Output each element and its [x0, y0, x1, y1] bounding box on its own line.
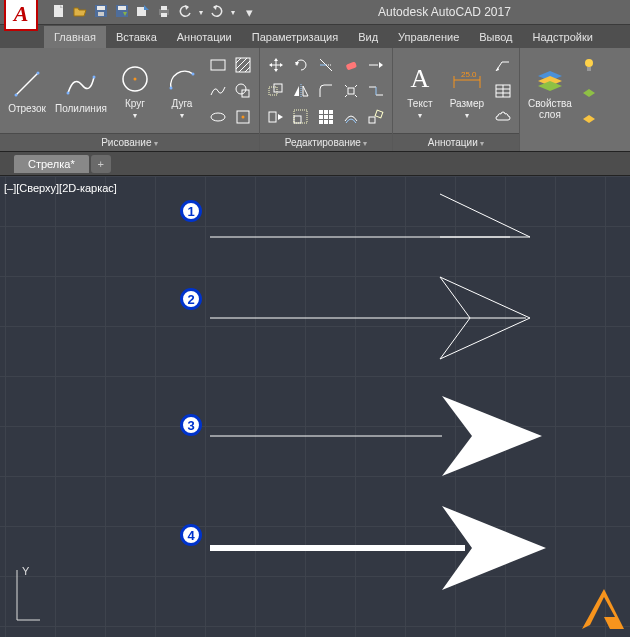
svg-line-53: [355, 85, 357, 87]
chevron-down-icon[interactable]: ▾: [197, 6, 205, 19]
redo-icon[interactable]: [208, 2, 226, 23]
open-icon[interactable]: [71, 2, 89, 23]
iso-layer-icon[interactable]: [578, 106, 600, 128]
mirror-icon[interactable]: [290, 80, 312, 102]
line-button[interactable]: Отрезок: [5, 65, 49, 116]
trim-icon[interactable]: [315, 54, 337, 76]
layer-properties-button[interactable]: Свойства слоя: [525, 60, 575, 122]
explode-icon[interactable]: [340, 80, 362, 102]
bulb-icon[interactable]: [578, 54, 600, 76]
svg-rect-41: [319, 110, 323, 114]
align-icon[interactable]: [365, 106, 387, 128]
spline-icon[interactable]: [207, 80, 229, 102]
table-small-icon[interactable]: [492, 80, 514, 102]
arrow-sample-3: [210, 386, 550, 486]
arrow-sample-4: [210, 496, 550, 600]
drawing-canvas[interactable]: [–][Сверху][2D-каркас] 1 2 3 4 Y: [0, 176, 630, 637]
match-layer-icon[interactable]: [578, 80, 600, 102]
chevron-down-icon[interactable]: ▾: [418, 111, 422, 120]
new-icon[interactable]: [50, 2, 68, 23]
chevron-down-icon[interactable]: ▾: [180, 111, 184, 120]
svg-line-25: [245, 67, 250, 72]
svg-rect-60: [369, 117, 375, 123]
erase-icon[interactable]: [340, 54, 362, 76]
tab-insert[interactable]: Вставка: [106, 26, 167, 48]
arrow-sample-1: [210, 186, 540, 241]
panel-draw: Отрезок Полилиния Круг ▾ Дуга ▾: [0, 48, 260, 151]
doc-tab-strelka[interactable]: Стрелка*: [14, 155, 89, 173]
tab-annotate[interactable]: Аннотации: [167, 26, 242, 48]
tab-home[interactable]: Главная: [44, 26, 106, 48]
svg-rect-2: [97, 6, 105, 10]
print-icon[interactable]: [155, 2, 173, 23]
tab-manage[interactable]: Управление: [388, 26, 469, 48]
region-icon[interactable]: [232, 80, 254, 102]
panel-draw-title[interactable]: Рисование: [0, 133, 259, 151]
draw-small-col: [207, 54, 229, 128]
svg-line-24: [239, 61, 250, 72]
circle-icon: [118, 62, 152, 96]
tab-view[interactable]: Вид: [348, 26, 388, 48]
tab-addins[interactable]: Надстройки: [523, 26, 603, 48]
svg-rect-21: [236, 58, 250, 72]
ribbon: Отрезок Полилиния Круг ▾ Дуга ▾: [0, 48, 630, 152]
join-icon[interactable]: [365, 80, 387, 102]
offset-icon[interactable]: [340, 106, 362, 128]
callout-marker-3: 3: [180, 414, 202, 436]
undo-icon[interactable]: [176, 2, 194, 23]
svg-rect-8: [161, 6, 167, 10]
qat-more-icon[interactable]: ▾: [244, 3, 255, 22]
draw-small-col2: [232, 54, 254, 128]
export-icon[interactable]: [134, 2, 152, 23]
svg-line-22: [236, 58, 241, 63]
viewport-controls[interactable]: [–][Сверху][2D-каркас]: [4, 182, 117, 194]
rotate-icon[interactable]: [290, 54, 312, 76]
tab-parametric[interactable]: Параметризация: [242, 26, 348, 48]
fillet-icon[interactable]: [315, 80, 337, 102]
title-bar: A ▾ ▾ ▾ Autodesk AutoCAD 2017: [0, 0, 630, 24]
add-tab-button[interactable]: +: [91, 155, 111, 173]
save-icon[interactable]: [92, 2, 110, 23]
polyline-button[interactable]: Полилиния: [52, 65, 110, 116]
move-icon[interactable]: [265, 54, 287, 76]
svg-rect-9: [161, 13, 167, 17]
svg-point-17: [169, 86, 172, 89]
panel-modify: Редактирование: [260, 48, 393, 151]
svg-rect-42: [324, 110, 328, 114]
autocad-logo: A: [14, 1, 29, 27]
chevron-down-icon[interactable]: ▾: [229, 6, 237, 19]
panel-annotation-title[interactable]: Аннотации: [393, 133, 519, 151]
copy-icon[interactable]: [265, 80, 287, 102]
array-icon[interactable]: [315, 106, 337, 128]
chevron-down-icon[interactable]: ▾: [133, 111, 137, 120]
svg-point-70: [585, 59, 593, 67]
saveas-icon[interactable]: [113, 2, 131, 23]
svg-rect-61: [375, 110, 383, 118]
scale-icon[interactable]: [290, 106, 312, 128]
svg-rect-19: [211, 60, 225, 70]
svg-rect-33: [274, 84, 282, 92]
panel-modify-title[interactable]: Редактирование: [260, 133, 392, 151]
svg-line-52: [345, 85, 347, 87]
lengthen-icon[interactable]: [365, 54, 387, 76]
svg-line-10: [16, 73, 38, 95]
dimension-button[interactable]: 25.0 Размер ▾: [445, 60, 489, 122]
svg-point-18: [191, 72, 194, 75]
rectangle-icon[interactable]: [207, 54, 229, 76]
cloud-icon[interactable]: [492, 106, 514, 128]
arc-button[interactable]: Дуга ▾: [160, 60, 204, 122]
leader-icon[interactable]: [492, 54, 514, 76]
ribbon-tabs: Главная Вставка Аннотации Параметризация…: [0, 24, 630, 48]
svg-line-23: [236, 58, 247, 69]
circle-button[interactable]: Круг ▾: [113, 60, 157, 122]
polyline-icon: [64, 67, 98, 101]
ellipse-icon[interactable]: [207, 106, 229, 128]
stretch-icon[interactable]: [265, 106, 287, 128]
app-menu-button[interactable]: A: [4, 0, 38, 31]
chevron-down-icon[interactable]: ▾: [465, 111, 469, 120]
hatch-icon[interactable]: [232, 54, 254, 76]
tab-output[interactable]: Вывод: [469, 26, 522, 48]
text-button[interactable]: A Текст ▾: [398, 60, 442, 122]
point-icon[interactable]: [232, 106, 254, 128]
svg-point-12: [37, 72, 40, 75]
